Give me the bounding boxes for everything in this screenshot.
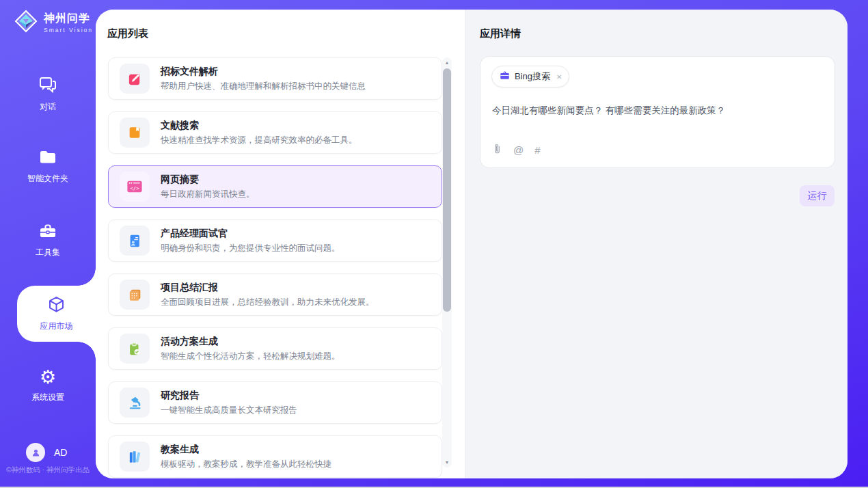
copyright-text: ©神州数码 · 神州问学出品: [0, 465, 96, 475]
clipboard-check-icon: [120, 334, 150, 364]
sidebar: 神州问学 Smart Vision 对话 智能文件夹: [0, 0, 96, 488]
app-card[interactable]: 文献搜索 快速精准查找学术资源，提高研究效率的必备工具。: [108, 111, 442, 154]
edit-square-icon: [120, 64, 150, 94]
app-card-list: 招标文件解析 帮助用户快速、准确地理解和解析招标书中的关键信息 文献搜索 快速精…: [108, 57, 442, 478]
app-card[interactable]: 研究报告 一键智能生成高质量长文本研究报告: [108, 381, 442, 424]
chat-icon: [38, 75, 57, 96]
app-card[interactable]: 教案生成 模板驱动，教案秒成，教学准备从此轻松快捷: [108, 435, 442, 478]
svg-text:</>: </>: [130, 185, 139, 191]
resume-icon: [120, 226, 150, 256]
app-card[interactable]: 活动方案生成 智能生成个性化活动方案，轻松解决规划难题。: [108, 327, 442, 370]
app-detail-panel: 应用详情 Bing搜索 ✕ 今日湖北有哪些新闻要点？ 有哪些需要关注的最新政策？: [465, 10, 847, 478]
books-icon: [120, 442, 150, 472]
tool-tag-label: Bing搜索: [515, 70, 550, 83]
prompt-input-card[interactable]: Bing搜索 ✕ 今日湖北有哪些新闻要点？ 有哪些需要关注的最新政策？ @ #: [480, 56, 835, 168]
app-card-description: 快速精准查找学术资源，提高研究效率的必备工具。: [161, 135, 357, 146]
app-card-description: 全面回顾项目进展，总结经验教训，助力未来优化发展。: [161, 297, 375, 308]
gear-icon: ⚙: [40, 368, 56, 387]
book-icon: [120, 118, 150, 148]
main-surface: 应用列表 招标文件解析 帮助用户快速、准确地理解和解析招标书中的关键信息 文献搜…: [96, 10, 847, 478]
avatar: [26, 443, 45, 462]
app-card[interactable]: 招标文件解析 帮助用户快速、准确地理解和解析招标书中的关键信息: [108, 57, 442, 100]
brand-name: 神州问学: [44, 12, 93, 26]
hash-icon[interactable]: #: [534, 144, 540, 156]
scroll-up-icon[interactable]: ▲: [442, 60, 452, 65]
app-card-description: 模板驱动，教案秒成，教学准备从此轻松快捷: [161, 459, 331, 470]
sidebar-item-label: 智能文件夹: [27, 173, 68, 185]
app-card-title: 网页摘要: [161, 174, 255, 186]
app-card-title: 项目总结汇报: [161, 282, 375, 294]
toolbox-icon: [38, 222, 57, 242]
user-name: AD: [54, 447, 67, 458]
sidebar-item-label: 对话: [40, 101, 56, 113]
user-account[interactable]: AD: [26, 443, 67, 462]
run-button[interactable]: 运行: [800, 185, 835, 206]
close-icon[interactable]: ✕: [556, 73, 562, 81]
app-card-description: 每日政府新闻资讯快查。: [161, 189, 255, 200]
sidebar-item-smart-folder[interactable]: 智能文件夹: [0, 149, 96, 185]
app-card-title: 活动方案生成: [161, 336, 340, 348]
mention-icon[interactable]: @: [513, 144, 524, 156]
paperclip-icon[interactable]: [492, 143, 502, 157]
app-card-title: 研究报告: [161, 390, 297, 402]
app-list-scrollbar[interactable]: ▲ ▼: [442, 57, 452, 467]
app-card[interactable]: 项目总结汇报 全面回顾项目进展，总结经验教训，助力未来优化发展。: [108, 273, 442, 316]
sidebar-item-toolset[interactable]: 工具集: [0, 222, 96, 258]
scroll-down-icon[interactable]: ▼: [442, 460, 452, 465]
app-list-title: 应用列表: [107, 27, 148, 40]
cube-icon: [47, 295, 66, 316]
app-card[interactable]: </> 网页摘要 每日政府新闻资讯快查。: [108, 165, 442, 208]
sidebar-item-label: 工具集: [36, 247, 60, 258]
app-card-description: 智能生成个性化活动方案，轻松解决规划难题。: [161, 351, 340, 362]
app-card-title: 产品经理面试官: [161, 228, 340, 240]
diamond-logo-icon: [14, 9, 38, 36]
app-card-title: 招标文件解析: [161, 66, 366, 78]
brand-subtitle: Smart Vision: [44, 27, 93, 33]
brand-logo: 神州问学 Smart Vision: [14, 9, 93, 36]
prompt-text[interactable]: 今日湖北有哪些新闻要点？ 有哪些需要关注的最新政策？: [492, 104, 821, 118]
sidebar-item-label: 应用市场: [40, 321, 73, 332]
browser-code-icon: </>: [120, 172, 150, 202]
sidebar-item-settings[interactable]: ⚙ 系统设置: [0, 368, 96, 403]
app-card-title: 文献搜索: [161, 120, 357, 132]
app-list-panel: 应用列表 招标文件解析 帮助用户快速、准确地理解和解析招标书中的关键信息 文献搜…: [96, 10, 465, 478]
app-card-description: 帮助用户快速、准确地理解和解析招标书中的关键信息: [161, 81, 366, 92]
briefcase-icon: [500, 70, 510, 83]
folder-icon: [38, 149, 57, 168]
sidebar-item-chat[interactable]: 对话: [0, 75, 96, 113]
app-card-title: 教案生成: [161, 444, 331, 456]
tool-tag-bing-search[interactable]: Bing搜索 ✕: [491, 66, 569, 87]
app-card-description: 一键智能生成高质量长文本研究报告: [161, 405, 297, 416]
sidebar-item-app-market[interactable]: 应用市场: [17, 286, 96, 342]
app-card[interactable]: 产品经理面试官 明确身份和职责，为您提供专业性的面试问题。: [108, 219, 442, 262]
scrollbar-thumb[interactable]: [443, 68, 451, 312]
app-card-description: 明确身份和职责，为您提供专业性的面试问题。: [161, 243, 340, 254]
microscope-icon: [120, 388, 150, 418]
prompt-toolbar: @ #: [492, 143, 541, 157]
app-detail-title: 应用详情: [480, 27, 521, 40]
sidebar-item-label: 系统设置: [31, 392, 64, 403]
notepad-icon: [120, 280, 150, 310]
